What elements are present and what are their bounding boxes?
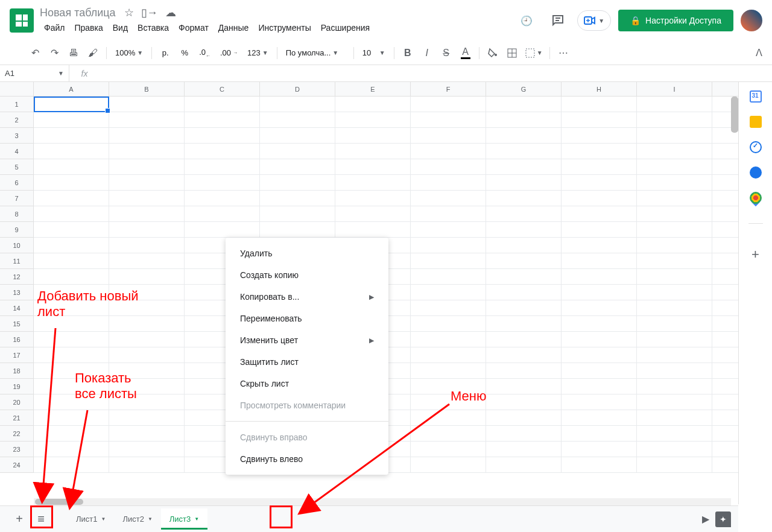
- cell[interactable]: [34, 175, 109, 190]
- row-header-23[interactable]: 23: [0, 442, 33, 457]
- cell[interactable]: [486, 97, 562, 112]
- ctx-Сдвинуть влево[interactable]: Сдвинуть влево: [226, 448, 388, 470]
- col-header-A[interactable]: A: [34, 82, 109, 96]
- menu-Формат[interactable]: Формат: [174, 21, 213, 35]
- cell[interactable]: [637, 128, 712, 143]
- cell[interactable]: [637, 410, 712, 425]
- cell[interactable]: [562, 112, 637, 127]
- add-addon-button[interactable]: +: [750, 249, 762, 261]
- cell[interactable]: [34, 159, 109, 174]
- cell[interactable]: [260, 175, 335, 190]
- cell[interactable]: [34, 347, 109, 363]
- cell[interactable]: [260, 191, 335, 206]
- cell[interactable]: [185, 144, 260, 159]
- add-sheet-button[interactable]: +: [10, 510, 29, 529]
- doc-title[interactable]: Новая таблица: [40, 7, 116, 19]
- cell[interactable]: [411, 316, 486, 331]
- cell[interactable]: [185, 112, 260, 127]
- cell[interactable]: [34, 191, 109, 206]
- cell[interactable]: [109, 332, 185, 347]
- collapse-toolbar-button[interactable]: ᐱ: [756, 47, 762, 59]
- cell[interactable]: [109, 191, 185, 206]
- cell[interactable]: [562, 128, 637, 143]
- cell[interactable]: [637, 253, 712, 268]
- cell[interactable]: [109, 206, 185, 221]
- cell[interactable]: [109, 238, 185, 253]
- cell[interactable]: [411, 222, 486, 237]
- cell[interactable]: [411, 394, 486, 410]
- cell[interactable]: [637, 457, 712, 472]
- cell[interactable]: [637, 144, 712, 159]
- cell[interactable]: [562, 222, 637, 237]
- cell[interactable]: [411, 332, 486, 347]
- cell[interactable]: [411, 159, 486, 174]
- cell[interactable]: [34, 269, 109, 284]
- cell[interactable]: [637, 394, 712, 410]
- cell[interactable]: [109, 175, 185, 190]
- cell[interactable]: [562, 363, 637, 378]
- cell[interactable]: [486, 300, 562, 315]
- cell[interactable]: [411, 426, 486, 441]
- name-box[interactable]: A1▼: [0, 65, 69, 81]
- row-header-14[interactable]: 14: [0, 300, 33, 316]
- cell[interactable]: [335, 191, 411, 206]
- cell[interactable]: [411, 128, 486, 143]
- cell[interactable]: [109, 394, 185, 410]
- italic-button[interactable]: I: [419, 45, 435, 62]
- ctx-Изменить цвет[interactable]: Изменить цвет▶: [226, 329, 388, 351]
- cell[interactable]: [185, 128, 260, 143]
- cell[interactable]: [185, 159, 260, 174]
- cell[interactable]: [34, 206, 109, 221]
- row-header-18[interactable]: 18: [0, 363, 33, 379]
- row-header-12[interactable]: 12: [0, 269, 33, 285]
- cell[interactable]: [562, 191, 637, 206]
- cell[interactable]: [109, 300, 185, 315]
- dec-increase-button[interactable]: .00→: [217, 45, 241, 62]
- calendar-icon[interactable]: [750, 90, 762, 103]
- vertical-scrollbar[interactable]: [731, 97, 738, 133]
- text-color-button[interactable]: A: [457, 45, 474, 62]
- cell[interactable]: [562, 332, 637, 347]
- cell[interactable]: [562, 97, 637, 112]
- cell[interactable]: [637, 269, 712, 284]
- cell[interactable]: [34, 410, 109, 425]
- cell[interactable]: [185, 206, 260, 221]
- cell[interactable]: [109, 144, 185, 159]
- ctx-Защитить лист[interactable]: Защитить лист: [226, 351, 388, 373]
- explore-button[interactable]: ✦: [715, 511, 731, 527]
- cell[interactable]: [562, 175, 637, 190]
- menu-Вставка[interactable]: Вставка: [133, 21, 173, 35]
- meet-button[interactable]: ▼: [577, 10, 611, 31]
- cell[interactable]: [486, 426, 562, 441]
- cell[interactable]: [335, 222, 411, 237]
- row-header-10[interactable]: 10: [0, 238, 33, 253]
- cell[interactable]: [637, 112, 712, 127]
- contacts-icon[interactable]: [750, 166, 762, 179]
- cell[interactable]: [486, 457, 562, 472]
- row-header-11[interactable]: 11: [0, 253, 33, 269]
- cell[interactable]: [637, 191, 712, 206]
- cell[interactable]: [562, 269, 637, 284]
- cell[interactable]: [260, 159, 335, 174]
- cell[interactable]: [109, 97, 185, 112]
- cell[interactable]: [637, 316, 712, 331]
- cell[interactable]: [562, 206, 637, 221]
- cell[interactable]: [34, 253, 109, 268]
- all-sheets-button[interactable]: ≡: [31, 510, 51, 529]
- cell[interactable]: [562, 285, 637, 300]
- bold-button[interactable]: B: [399, 45, 416, 62]
- cell[interactable]: [109, 426, 185, 441]
- fill-color-button[interactable]: [484, 45, 501, 62]
- row-header-3[interactable]: 3: [0, 128, 33, 144]
- cell[interactable]: [335, 175, 411, 190]
- cell[interactable]: [562, 159, 637, 174]
- cell[interactable]: [109, 316, 185, 331]
- cell[interactable]: [34, 285, 109, 300]
- cell[interactable]: [562, 379, 637, 394]
- cell[interactable]: [34, 363, 109, 378]
- cell[interactable]: [185, 222, 260, 237]
- user-avatar[interactable]: [741, 10, 762, 31]
- cell[interactable]: [486, 144, 562, 159]
- maps-icon[interactable]: [747, 189, 764, 206]
- cell[interactable]: [109, 253, 185, 268]
